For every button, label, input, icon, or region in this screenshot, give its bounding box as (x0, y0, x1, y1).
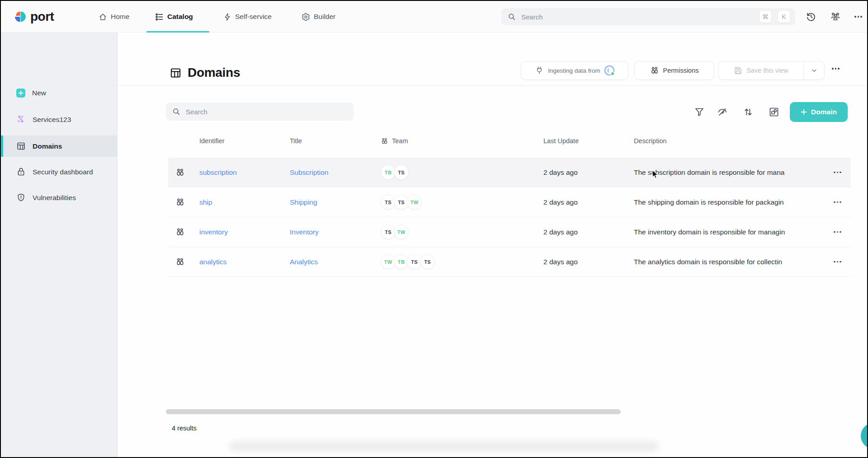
sidebar-item-label: Domains (33, 142, 62, 150)
global-search[interactable]: ⌘ K (501, 8, 795, 25)
app-screen: port Home Catalog (0, 0, 868, 458)
people-icon (650, 66, 659, 75)
organization-icon[interactable] (830, 11, 841, 22)
history-icon[interactable] (806, 11, 816, 22)
permissions-button[interactable]: Permissions (634, 61, 714, 80)
home-icon (99, 13, 107, 21)
blueprint-people-icon (175, 217, 185, 247)
ingesting-data-button[interactable]: Ingesting data from (521, 61, 628, 80)
nav-item-builder[interactable]: Builder (302, 1, 335, 33)
gear-icon (302, 13, 310, 21)
save-view-label: Save this view (746, 67, 788, 74)
sidebar-item-label: Security dashboard (33, 168, 93, 176)
results-count: 4 results (172, 425, 197, 432)
column-header-identifier[interactable]: Identifier (199, 134, 225, 148)
team-badge: TW (407, 195, 422, 210)
top-navigation-bar: port Home Catalog (1, 1, 867, 33)
header-divider (118, 85, 867, 86)
row-more-icon[interactable] (834, 247, 841, 276)
description-value: The shipping domain is responsible for p… (634, 187, 829, 217)
row-more-icon[interactable] (834, 187, 841, 217)
description-value: The subscription domain is responsible f… (634, 158, 829, 187)
nav-label: Builder (314, 13, 335, 21)
description-value: The analytics domain is responsible for … (634, 247, 829, 276)
team-badges: TWTBTSTS (381, 247, 435, 276)
plus-square-icon (16, 89, 25, 98)
identifier-link[interactable]: analytics (199, 258, 226, 266)
nav-item-self-service[interactable]: Self-service (223, 1, 272, 33)
horizontal-scrollbar[interactable] (166, 409, 621, 414)
hide-columns-icon[interactable] (717, 107, 728, 117)
sidebar-item-vulnerabilities[interactable]: Vulnerabilities (1, 187, 117, 208)
team-icon (381, 137, 388, 145)
identifier-link[interactable]: ship (199, 198, 212, 206)
catalog-icon (155, 13, 164, 21)
title-link[interactable]: Inventory (290, 228, 319, 236)
services-cluster-icon (16, 115, 26, 124)
port-logo[interactable]: port (14, 1, 54, 33)
column-header-title[interactable]: Title (290, 134, 302, 148)
add-domain-label: Domain (811, 108, 837, 116)
search-icon (508, 13, 516, 21)
status-dot (610, 71, 615, 76)
sidebar-item-security-dashboard[interactable]: Security dashboard (1, 161, 117, 182)
permissions-label: Permissions (663, 67, 699, 74)
table-row[interactable]: analytics Analytics TWTBTSTS 2 days ago … (168, 247, 851, 277)
save-view-dropdown[interactable] (803, 61, 824, 79)
main-content: Domains Ingesting data from Permissions (118, 33, 867, 457)
ingesting-label: Ingesting data from (548, 67, 600, 74)
column-header-description[interactable]: Description (634, 134, 667, 148)
port-logo-icon (14, 10, 27, 23)
page-more-icon[interactable] (832, 68, 840, 70)
identifier-link[interactable]: subscription (199, 168, 237, 177)
search-icon (172, 107, 180, 116)
floppy-icon (734, 66, 742, 75)
add-domain-button[interactable]: Domain (790, 102, 848, 122)
nav-item-catalog[interactable]: Catalog (155, 1, 193, 33)
table-search-input[interactable] (185, 107, 347, 116)
sidebar-item-domains[interactable]: Domains (1, 136, 117, 157)
last-update-value: 2 days ago (543, 247, 578, 276)
column-header-team[interactable]: Team (381, 134, 408, 148)
row-more-icon[interactable] (834, 217, 841, 247)
column-header-last-update[interactable]: Last Update (543, 134, 579, 148)
group-by-icon[interactable] (769, 107, 779, 117)
last-update-value: 2 days ago (543, 217, 578, 247)
table-header-row: Identifier Title Team Last Update Descri… (168, 134, 849, 148)
table-row[interactable]: subscription Subscription TBTS 2 days ag… (168, 158, 851, 187)
filter-icon[interactable] (694, 107, 705, 117)
sidebar-item-label: Services123 (33, 116, 71, 124)
team-badges: TBTS (381, 158, 409, 187)
save-view-split-button: Save this view (718, 61, 825, 80)
team-badge: TS (394, 165, 409, 180)
identifier-link[interactable]: inventory (199, 228, 228, 236)
team-badges: TSTSTW (381, 187, 422, 217)
table-grid-icon (16, 141, 26, 151)
title-link[interactable]: Subscription (290, 168, 328, 177)
page-title-text: Domains (188, 65, 240, 80)
sidebar-item-services123[interactable]: Services123 (1, 109, 117, 130)
cmd-keycap: ⌘ (760, 11, 771, 23)
chevron-down-icon (811, 67, 818, 74)
title-link[interactable]: Analytics (290, 258, 318, 266)
chat-widget-button[interactable] (861, 423, 868, 449)
sort-icon[interactable] (743, 107, 754, 117)
table-grid-icon (170, 67, 182, 79)
table-row[interactable]: ship Shipping TSTSTW 2 days ago The ship… (168, 187, 851, 217)
row-more-icon[interactable] (834, 158, 841, 187)
title-link[interactable]: Shipping (290, 198, 317, 206)
global-search-input[interactable] (520, 13, 753, 21)
save-view-button[interactable]: Save this view (719, 61, 803, 79)
table-search[interactable] (166, 103, 354, 121)
description-value: The inventory domain is responsible for … (634, 217, 829, 247)
page-title: Domains (170, 65, 240, 80)
sidebar-item-new[interactable]: New (1, 82, 117, 103)
k-keycap: K (778, 11, 790, 23)
nav-label: Self-service (235, 13, 272, 21)
topbar-more-icon[interactable] (854, 16, 862, 18)
table-row[interactable]: inventory Inventory TSTW 2 days ago The … (168, 217, 851, 247)
lock-icon (16, 167, 26, 177)
table-body: subscription Subscription TBTS 2 days ag… (168, 158, 851, 277)
logo-text: port (30, 9, 54, 24)
nav-item-home[interactable]: Home (99, 1, 129, 33)
